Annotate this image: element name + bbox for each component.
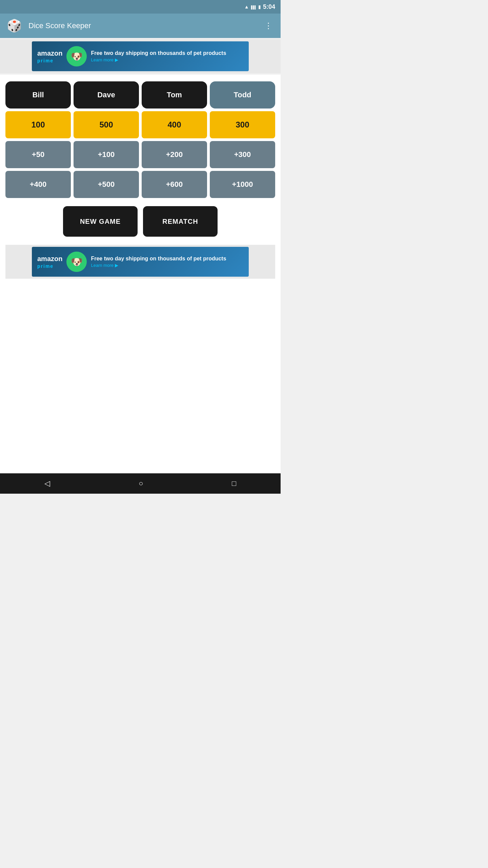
score-tom[interactable]: 400 <box>142 111 207 138</box>
increment-50-button[interactable]: +50 <box>5 141 71 168</box>
increment-400-button[interactable]: +400 <box>5 171 71 198</box>
increment-row-1: +50 +100 +200 +300 <box>5 141 275 168</box>
increment-500-button[interactable]: +500 <box>74 171 139 198</box>
increment-600-button[interactable]: +600 <box>142 171 207 198</box>
bottom-ad-main-text: Free two day shipping on thousands of pe… <box>91 255 243 262</box>
signal-icon <box>251 4 256 10</box>
score-row: 100 500 400 300 <box>5 111 275 138</box>
increment-100-button[interactable]: +100 <box>74 141 139 168</box>
rematch-button[interactable]: REMATCH <box>143 206 218 237</box>
bottom-amazon-text: amazon <box>37 255 62 263</box>
bottom-prime-text: prime <box>37 263 54 269</box>
bottom-ad-learn-more: Learn more ▶ <box>91 262 243 269</box>
top-ad-main-text: Free two day shipping on thousands of pe… <box>91 50 243 57</box>
player-tom-button[interactable]: Tom <box>142 81 207 108</box>
action-row: NEW GAME REMATCH <box>5 206 275 237</box>
prime-text: prime <box>37 58 54 63</box>
nav-home-button[interactable] <box>130 476 151 491</box>
iams-dog-icon: 🐶 <box>66 46 87 66</box>
app-icon: 🎲 <box>5 17 23 35</box>
top-ad-content[interactable]: amazon prime 🐶 Free two day shipping on … <box>32 41 249 71</box>
bottom-ad-text: Free two day shipping on thousands of pe… <box>91 255 243 269</box>
player-dave-button[interactable]: Dave <box>74 81 139 108</box>
score-todd[interactable]: 300 <box>210 111 275 138</box>
battery-icon <box>258 4 261 10</box>
status-icons: 5:04 <box>244 3 275 11</box>
bottom-iams-dog-icon: 🐶 <box>66 252 87 272</box>
player-todd-button[interactable]: Todd <box>210 81 275 108</box>
bottom-ad-content[interactable]: amazon prime 🐶 Free two day shipping on … <box>32 247 249 277</box>
navigation-bar <box>0 473 281 494</box>
dice-icon: 🎲 <box>7 19 22 33</box>
score-dave[interactable]: 500 <box>74 111 139 138</box>
app-bar: 🎲 Dice Score Keeper ⋮ <box>0 14 281 38</box>
new-game-button[interactable]: NEW GAME <box>63 206 138 237</box>
player-row: Bill Dave Tom Todd <box>5 81 275 108</box>
top-ad-text: Free two day shipping on thousands of pe… <box>91 50 243 63</box>
top-ad-banner[interactable]: amazon prime 🐶 Free two day shipping on … <box>0 39 281 73</box>
top-ad-learn-more: Learn more ▶ <box>91 57 243 63</box>
amazon-prime-logo: amazon prime <box>37 50 62 63</box>
bottom-amazon-prime-logo: amazon prime <box>37 255 62 269</box>
increment-200-button[interactable]: +200 <box>142 141 207 168</box>
increment-300-button[interactable]: +300 <box>210 141 275 168</box>
increment-1000-button[interactable]: +1000 <box>210 171 275 198</box>
score-bill[interactable]: 100 <box>5 111 71 138</box>
amazon-text: amazon <box>37 50 62 57</box>
bottom-ad-banner[interactable]: amazon prime 🐶 Free two day shipping on … <box>5 245 275 279</box>
nav-back-button[interactable] <box>36 476 58 491</box>
app-title: Dice Score Keeper <box>28 21 256 30</box>
status-bar: 5:04 <box>0 0 281 14</box>
wifi-icon <box>244 4 249 10</box>
increment-row-2: +400 +500 +600 +1000 <box>5 171 275 198</box>
status-time: 5:04 <box>263 3 275 11</box>
main-content: Bill Dave Tom Todd 100 500 400 300 +50 +… <box>0 75 281 473</box>
nav-recent-button[interactable] <box>224 476 244 491</box>
player-bill-button[interactable]: Bill <box>5 81 71 108</box>
menu-icon[interactable]: ⋮ <box>262 18 275 33</box>
